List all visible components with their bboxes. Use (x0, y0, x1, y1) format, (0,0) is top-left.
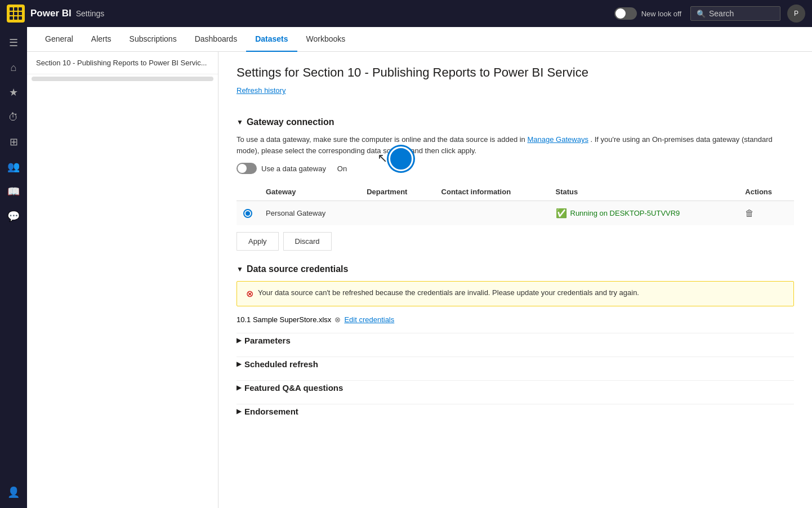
sidebar-item-learn[interactable]: 📖 (2, 180, 25, 203)
dataset-list-item[interactable]: Section 10 - Publishing Reports to Power… (27, 52, 218, 74)
gateway-buttons: Apply Discard (237, 232, 794, 251)
endorsement-chevron-icon: ▶ (237, 408, 241, 415)
gateway-toggle[interactable] (237, 163, 257, 174)
topbar: Power BI Settings New look off 🔍 Search … (0, 0, 812, 27)
col-select (237, 183, 259, 201)
tab-dashboards[interactable]: Dashboards (186, 27, 247, 52)
col-status: Status (549, 183, 739, 201)
tab-subscriptions[interactable]: Subscriptions (121, 27, 186, 52)
credentials-warning: ⊗ Your data source can't be refreshed be… (237, 281, 794, 306)
tab-general[interactable]: General (36, 27, 82, 52)
sidebar-item-menu[interactable]: ☰ (2, 32, 25, 54)
gateway-toggle-state: On (337, 164, 347, 173)
warning-text: Your data source can't be refreshed beca… (258, 288, 639, 297)
discard-button[interactable]: Discard (283, 232, 332, 251)
data-source-section-header[interactable]: ▼ Data source credentials (237, 264, 794, 274)
refresh-history-link[interactable]: Refresh history (237, 86, 285, 95)
gateway-contact (435, 201, 549, 226)
gateway-description: To use a data gateway, make sure the com… (237, 134, 794, 156)
apply-button[interactable]: Apply (237, 232, 279, 251)
scheduled-refresh-section-header[interactable]: ▶ Scheduled refresh (237, 357, 794, 371)
parameters-chevron-icon: ▶ (237, 337, 241, 344)
app-title: Settings (76, 9, 105, 18)
gateway-toggle-label: Use a data gateway (261, 164, 326, 173)
sidebar-item-apps[interactable]: ⊞ (2, 131, 25, 153)
page-title: Settings for Section 10 - Publishing Rep… (237, 65, 794, 80)
endorsement-title: Endorsement (244, 407, 298, 416)
gateway-name: Personal Gateway (259, 201, 360, 226)
waffle-menu[interactable] (7, 5, 25, 23)
parameters-section-header[interactable]: ▶ Parameters (237, 333, 794, 347)
sidebar: ☰ ⌂ ★ ⏱ ⊞ 👥 📖 💬 👤 (0, 27, 27, 508)
scheduled-refresh-title: Scheduled refresh (244, 359, 318, 369)
gateway-section-title: Gateway connection (247, 117, 334, 127)
tab-alerts[interactable]: Alerts (82, 27, 121, 52)
new-look-toggle-area: New look off (614, 7, 681, 20)
gateway-department (360, 201, 434, 226)
col-department: Department (360, 183, 434, 201)
featured-qa-title: Featured Q&A questions (244, 383, 343, 393)
new-look-label: New look off (641, 10, 681, 18)
radio-button[interactable] (243, 209, 252, 218)
featured-qa-section-header[interactable]: ▶ Featured Q&A questions (237, 380, 794, 395)
sidebar-item-profile[interactable]: 👤 (2, 481, 25, 503)
sidebar-item-workspaces[interactable]: 💬 (2, 205, 25, 228)
new-look-toggle[interactable] (614, 7, 637, 20)
featured-qa-chevron-icon: ▶ (237, 384, 241, 391)
col-actions: Actions (738, 183, 794, 201)
edit-credentials-link[interactable]: Edit credentials (344, 315, 394, 324)
tabs-bar: General Alerts Subscriptions Dashboards … (27, 27, 812, 52)
tab-datasets[interactable]: Datasets (246, 27, 297, 52)
table-row[interactable]: Personal Gateway ✅ Running on DESKTOP-5U… (237, 201, 794, 226)
endorsement-section-header[interactable]: ▶ Endorsement (237, 404, 794, 418)
gateway-table: Gateway Department Contact information S… (237, 183, 794, 225)
search-box[interactable]: 🔍 Search (690, 6, 780, 21)
data-source-chevron-icon: ▼ (237, 265, 243, 273)
app-logo: Power BI (30, 8, 72, 19)
tab-workbooks[interactable]: Workbooks (297, 27, 355, 52)
right-panel: Settings for Section 10 - Publishing Rep… (218, 52, 812, 508)
gateway-status: ✅ Running on DESKTOP-5UTVVR9 (556, 208, 732, 219)
credentials-x-icon: ⊗ (334, 315, 341, 324)
sidebar-item-home[interactable]: ⌂ (2, 56, 25, 79)
gateway-chevron-icon: ▼ (237, 118, 243, 126)
gateway-section-header[interactable]: ▼ Gateway connection (237, 117, 794, 127)
sidebar-item-recent[interactable]: ⏱ (2, 106, 25, 128)
credentials-row: 10.1 Sample SuperStore.xlsx ⊗ Edit crede… (237, 315, 794, 324)
warning-icon: ⊗ (246, 288, 253, 299)
gateway-toggle-row: Use a data gateway On (237, 163, 794, 174)
scrollbar[interactable] (32, 77, 213, 81)
manage-gateways-link[interactable]: Manage Gateways (527, 135, 588, 144)
search-placeholder: Search (709, 9, 734, 18)
scheduled-refresh-chevron-icon: ▶ (237, 360, 241, 368)
profile-avatar[interactable]: P (787, 5, 805, 23)
data-source-section-title: Data source credentials (247, 264, 349, 274)
status-running-icon: ✅ (556, 208, 567, 219)
parameters-title: Parameters (244, 336, 291, 345)
delete-icon[interactable]: 🗑 (745, 208, 754, 218)
sidebar-item-shared[interactable]: 👥 (2, 155, 25, 178)
left-panel: Section 10 - Publishing Reports to Power… (27, 52, 218, 508)
col-gateway: Gateway (259, 183, 360, 201)
search-icon: 🔍 (697, 10, 706, 18)
sidebar-item-favorites[interactable]: ★ (2, 81, 25, 104)
col-contact: Contact information (435, 183, 549, 201)
file-name: 10.1 Sample SuperStore.xlsx (237, 315, 331, 324)
